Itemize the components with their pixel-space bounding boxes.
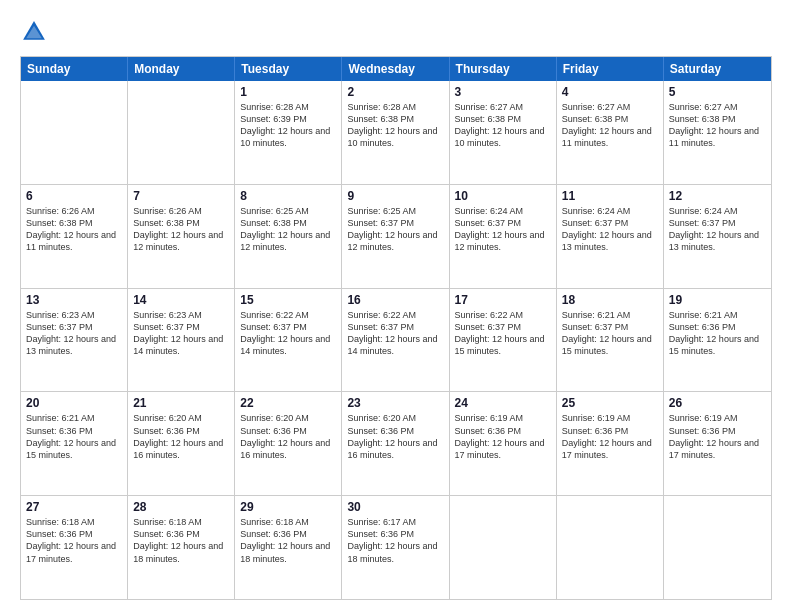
- day-cell-9: 9Sunrise: 6:25 AM Sunset: 6:37 PM Daylig…: [342, 185, 449, 288]
- day-info: Sunrise: 6:19 AM Sunset: 6:36 PM Dayligh…: [669, 412, 766, 461]
- day-info: Sunrise: 6:18 AM Sunset: 6:36 PM Dayligh…: [26, 516, 122, 565]
- calendar: SundayMondayTuesdayWednesdayThursdayFrid…: [20, 56, 772, 600]
- empty-cell-4-5: [557, 496, 664, 599]
- header-cell-sunday: Sunday: [21, 57, 128, 81]
- day-info: Sunrise: 6:27 AM Sunset: 6:38 PM Dayligh…: [562, 101, 658, 150]
- day-number: 28: [133, 500, 229, 514]
- day-cell-26: 26Sunrise: 6:19 AM Sunset: 6:36 PM Dayli…: [664, 392, 771, 495]
- day-info: Sunrise: 6:20 AM Sunset: 6:36 PM Dayligh…: [240, 412, 336, 461]
- day-cell-6: 6Sunrise: 6:26 AM Sunset: 6:38 PM Daylig…: [21, 185, 128, 288]
- day-cell-8: 8Sunrise: 6:25 AM Sunset: 6:38 PM Daylig…: [235, 185, 342, 288]
- day-info: Sunrise: 6:21 AM Sunset: 6:36 PM Dayligh…: [669, 309, 766, 358]
- day-number: 25: [562, 396, 658, 410]
- day-info: Sunrise: 6:23 AM Sunset: 6:37 PM Dayligh…: [133, 309, 229, 358]
- header-cell-thursday: Thursday: [450, 57, 557, 81]
- day-info: Sunrise: 6:26 AM Sunset: 6:38 PM Dayligh…: [26, 205, 122, 254]
- calendar-header-row: SundayMondayTuesdayWednesdayThursdayFrid…: [21, 57, 771, 81]
- day-cell-18: 18Sunrise: 6:21 AM Sunset: 6:37 PM Dayli…: [557, 289, 664, 392]
- header: [20, 18, 772, 46]
- empty-cell-4-6: [664, 496, 771, 599]
- day-cell-25: 25Sunrise: 6:19 AM Sunset: 6:36 PM Dayli…: [557, 392, 664, 495]
- header-cell-tuesday: Tuesday: [235, 57, 342, 81]
- header-cell-wednesday: Wednesday: [342, 57, 449, 81]
- day-info: Sunrise: 6:20 AM Sunset: 6:36 PM Dayligh…: [133, 412, 229, 461]
- day-cell-15: 15Sunrise: 6:22 AM Sunset: 6:37 PM Dayli…: [235, 289, 342, 392]
- day-number: 3: [455, 85, 551, 99]
- day-cell-17: 17Sunrise: 6:22 AM Sunset: 6:37 PM Dayli…: [450, 289, 557, 392]
- day-number: 5: [669, 85, 766, 99]
- day-info: Sunrise: 6:22 AM Sunset: 6:37 PM Dayligh…: [240, 309, 336, 358]
- day-number: 27: [26, 500, 122, 514]
- day-cell-22: 22Sunrise: 6:20 AM Sunset: 6:36 PM Dayli…: [235, 392, 342, 495]
- day-number: 26: [669, 396, 766, 410]
- day-number: 6: [26, 189, 122, 203]
- day-number: 11: [562, 189, 658, 203]
- day-info: Sunrise: 6:25 AM Sunset: 6:38 PM Dayligh…: [240, 205, 336, 254]
- day-info: Sunrise: 6:27 AM Sunset: 6:38 PM Dayligh…: [669, 101, 766, 150]
- logo-icon: [20, 18, 48, 46]
- day-number: 29: [240, 500, 336, 514]
- day-info: Sunrise: 6:18 AM Sunset: 6:36 PM Dayligh…: [240, 516, 336, 565]
- day-number: 1: [240, 85, 336, 99]
- header-cell-monday: Monday: [128, 57, 235, 81]
- day-cell-2: 2Sunrise: 6:28 AM Sunset: 6:38 PM Daylig…: [342, 81, 449, 184]
- day-cell-4: 4Sunrise: 6:27 AM Sunset: 6:38 PM Daylig…: [557, 81, 664, 184]
- day-cell-13: 13Sunrise: 6:23 AM Sunset: 6:37 PM Dayli…: [21, 289, 128, 392]
- day-info: Sunrise: 6:25 AM Sunset: 6:37 PM Dayligh…: [347, 205, 443, 254]
- day-cell-16: 16Sunrise: 6:22 AM Sunset: 6:37 PM Dayli…: [342, 289, 449, 392]
- header-cell-friday: Friday: [557, 57, 664, 81]
- day-number: 20: [26, 396, 122, 410]
- calendar-body: 1Sunrise: 6:28 AM Sunset: 6:39 PM Daylig…: [21, 81, 771, 599]
- day-info: Sunrise: 6:20 AM Sunset: 6:36 PM Dayligh…: [347, 412, 443, 461]
- day-number: 4: [562, 85, 658, 99]
- day-number: 23: [347, 396, 443, 410]
- day-info: Sunrise: 6:24 AM Sunset: 6:37 PM Dayligh…: [669, 205, 766, 254]
- header-cell-saturday: Saturday: [664, 57, 771, 81]
- day-number: 16: [347, 293, 443, 307]
- day-info: Sunrise: 6:24 AM Sunset: 6:37 PM Dayligh…: [455, 205, 551, 254]
- day-number: 19: [669, 293, 766, 307]
- day-info: Sunrise: 6:21 AM Sunset: 6:37 PM Dayligh…: [562, 309, 658, 358]
- day-info: Sunrise: 6:21 AM Sunset: 6:36 PM Dayligh…: [26, 412, 122, 461]
- day-number: 17: [455, 293, 551, 307]
- day-number: 15: [240, 293, 336, 307]
- day-cell-20: 20Sunrise: 6:21 AM Sunset: 6:36 PM Dayli…: [21, 392, 128, 495]
- day-cell-7: 7Sunrise: 6:26 AM Sunset: 6:38 PM Daylig…: [128, 185, 235, 288]
- day-number: 12: [669, 189, 766, 203]
- day-cell-30: 30Sunrise: 6:17 AM Sunset: 6:36 PM Dayli…: [342, 496, 449, 599]
- empty-cell-4-4: [450, 496, 557, 599]
- day-info: Sunrise: 6:24 AM Sunset: 6:37 PM Dayligh…: [562, 205, 658, 254]
- empty-cell-0-1: [128, 81, 235, 184]
- day-number: 21: [133, 396, 229, 410]
- day-number: 22: [240, 396, 336, 410]
- empty-cell-0-0: [21, 81, 128, 184]
- calendar-row-1: 6Sunrise: 6:26 AM Sunset: 6:38 PM Daylig…: [21, 184, 771, 288]
- day-number: 10: [455, 189, 551, 203]
- day-info: Sunrise: 6:22 AM Sunset: 6:37 PM Dayligh…: [455, 309, 551, 358]
- day-number: 2: [347, 85, 443, 99]
- day-cell-11: 11Sunrise: 6:24 AM Sunset: 6:37 PM Dayli…: [557, 185, 664, 288]
- day-info: Sunrise: 6:22 AM Sunset: 6:37 PM Dayligh…: [347, 309, 443, 358]
- day-info: Sunrise: 6:18 AM Sunset: 6:36 PM Dayligh…: [133, 516, 229, 565]
- day-info: Sunrise: 6:26 AM Sunset: 6:38 PM Dayligh…: [133, 205, 229, 254]
- day-number: 14: [133, 293, 229, 307]
- day-number: 24: [455, 396, 551, 410]
- day-cell-23: 23Sunrise: 6:20 AM Sunset: 6:36 PM Dayli…: [342, 392, 449, 495]
- day-number: 18: [562, 293, 658, 307]
- day-cell-24: 24Sunrise: 6:19 AM Sunset: 6:36 PM Dayli…: [450, 392, 557, 495]
- day-cell-14: 14Sunrise: 6:23 AM Sunset: 6:37 PM Dayli…: [128, 289, 235, 392]
- day-number: 7: [133, 189, 229, 203]
- day-cell-27: 27Sunrise: 6:18 AM Sunset: 6:36 PM Dayli…: [21, 496, 128, 599]
- day-info: Sunrise: 6:19 AM Sunset: 6:36 PM Dayligh…: [455, 412, 551, 461]
- day-info: Sunrise: 6:23 AM Sunset: 6:37 PM Dayligh…: [26, 309, 122, 358]
- calendar-row-3: 20Sunrise: 6:21 AM Sunset: 6:36 PM Dayli…: [21, 391, 771, 495]
- logo: [20, 18, 52, 46]
- calendar-row-4: 27Sunrise: 6:18 AM Sunset: 6:36 PM Dayli…: [21, 495, 771, 599]
- day-cell-12: 12Sunrise: 6:24 AM Sunset: 6:37 PM Dayli…: [664, 185, 771, 288]
- day-info: Sunrise: 6:27 AM Sunset: 6:38 PM Dayligh…: [455, 101, 551, 150]
- day-number: 9: [347, 189, 443, 203]
- day-cell-21: 21Sunrise: 6:20 AM Sunset: 6:36 PM Dayli…: [128, 392, 235, 495]
- day-cell-5: 5Sunrise: 6:27 AM Sunset: 6:38 PM Daylig…: [664, 81, 771, 184]
- day-info: Sunrise: 6:28 AM Sunset: 6:39 PM Dayligh…: [240, 101, 336, 150]
- calendar-row-0: 1Sunrise: 6:28 AM Sunset: 6:39 PM Daylig…: [21, 81, 771, 184]
